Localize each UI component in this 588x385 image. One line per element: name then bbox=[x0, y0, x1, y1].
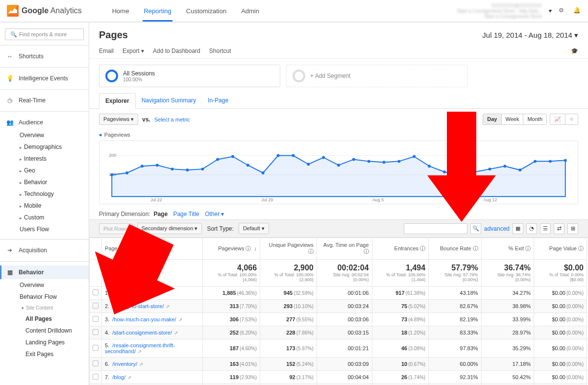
col-entrances[interactable]: Entrances ⓘ bbox=[372, 238, 429, 260]
chart-line-icon[interactable]: 📈 bbox=[550, 114, 565, 124]
audience-mobile[interactable]: Mobile bbox=[20, 200, 89, 212]
table-search-input[interactable] bbox=[404, 223, 467, 234]
dim-other[interactable]: Other ▾ bbox=[205, 211, 224, 217]
row-checkbox[interactable] bbox=[90, 326, 102, 339]
select-metric-link[interactable]: Select a metric bbox=[154, 117, 190, 122]
svg-point-17 bbox=[337, 164, 340, 167]
sitecontent-exit[interactable]: Exit Pages bbox=[25, 348, 89, 360]
audience-custom[interactable]: Custom bbox=[20, 212, 89, 223]
nav-home[interactable]: Home bbox=[111, 0, 130, 22]
open-icon[interactable]: ⇗ bbox=[178, 317, 182, 322]
svg-point-11 bbox=[246, 164, 249, 167]
chart-motion-icon[interactable]: ⁘ bbox=[565, 114, 578, 124]
cell-page: 5. /resale-consignment-thrift-secondhand… bbox=[102, 339, 203, 358]
date-range-picker[interactable]: Jul 19, 2014 - Aug 18, 2014 ▾ bbox=[482, 31, 578, 40]
cell-unique: 173(5.97%) bbox=[260, 339, 317, 358]
row-checkbox[interactable] bbox=[90, 358, 102, 371]
shortcut-button[interactable]: Shortcut bbox=[209, 48, 231, 54]
behavior-sitecontent[interactable]: Site Content bbox=[22, 303, 89, 313]
cell-pageviews: 313(7.70%) bbox=[202, 300, 260, 313]
cell-value: $0.00(0.00%) bbox=[534, 339, 587, 358]
open-icon[interactable]: ⇗ bbox=[139, 361, 143, 367]
col-avgtime[interactable]: Avg. Time on Page ⓘ bbox=[317, 238, 372, 260]
open-icon[interactable]: ⇗ bbox=[138, 349, 142, 354]
tab-navsummary[interactable]: Navigation Summary bbox=[136, 93, 202, 108]
audience-usersflow[interactable]: Users Flow bbox=[20, 223, 89, 235]
nav-admin[interactable]: Admin bbox=[240, 0, 260, 22]
gear-icon[interactable]: ⚙ bbox=[559, 7, 566, 15]
sidebar-behavior[interactable]: ▦Behavior bbox=[0, 265, 89, 279]
cell-page: 7. /blog/⇗ bbox=[102, 371, 203, 384]
logo[interactable]: Google Analytics bbox=[7, 5, 82, 17]
cell-unique: 945(32.59%) bbox=[260, 287, 317, 300]
sidebar-acquisition[interactable]: ➜Acquisition bbox=[0, 243, 89, 257]
sidebar-realtime[interactable]: ◷Real-Time bbox=[0, 94, 89, 107]
cell-bounce: 43.18% bbox=[429, 287, 481, 300]
col-bounce[interactable]: Bounce Rate ⓘ bbox=[429, 238, 481, 260]
behavior-flow[interactable]: Behavior Flow bbox=[20, 291, 89, 303]
row-checkbox[interactable] bbox=[90, 339, 102, 358]
bulb-icon: 💡 bbox=[6, 75, 14, 82]
nav-reporting[interactable]: Reporting bbox=[143, 0, 172, 22]
metric-select[interactable]: Pageviews ▾ bbox=[99, 114, 138, 125]
page-link[interactable]: /inventory/ bbox=[112, 361, 137, 367]
bell-icon[interactable]: 🔔 bbox=[573, 7, 581, 15]
advanced-link[interactable]: advanced bbox=[484, 225, 510, 232]
row-checkbox[interactable] bbox=[90, 371, 102, 384]
view-table-icon[interactable]: ▦ bbox=[513, 223, 523, 234]
sidebar-shortcuts[interactable]: ↔Shortcuts bbox=[0, 49, 89, 63]
education-icon[interactable]: 🎓 bbox=[571, 48, 578, 54]
view-pivot-icon[interactable]: ⊞ bbox=[567, 223, 578, 234]
report-toolbar: Email Export ▾ Add to Dashboard Shortcut… bbox=[89, 44, 588, 59]
page-link[interactable]: /blog/ bbox=[112, 374, 125, 380]
addtodash-button[interactable]: Add to Dashboard bbox=[153, 48, 200, 54]
audience-technology[interactable]: Technology bbox=[20, 188, 89, 200]
col-pagevalue[interactable]: Page Value ⓘ bbox=[534, 238, 587, 260]
export-button[interactable]: Export ▾ bbox=[122, 48, 144, 54]
dim-pagetitle[interactable]: Page Title bbox=[173, 211, 199, 217]
behavior-overview[interactable]: Overview bbox=[20, 279, 89, 291]
period-month[interactable]: Month bbox=[523, 114, 546, 124]
audience-overview[interactable]: Overview bbox=[20, 129, 89, 141]
email-button[interactable]: Email bbox=[99, 48, 114, 54]
svg-point-7 bbox=[186, 168, 189, 171]
svg-marker-34 bbox=[427, 112, 496, 222]
page-link[interactable]: /start-consignment-store/ bbox=[112, 330, 172, 336]
col-exit[interactable]: % Exit ⓘ bbox=[481, 238, 534, 260]
segment-all-sessions[interactable]: All Sessions100.00% bbox=[99, 65, 280, 87]
cell-exit: 28.97% bbox=[481, 326, 534, 339]
sidebar-audience[interactable]: 👥Audience bbox=[0, 116, 89, 129]
tab-explorer[interactable]: Explorer bbox=[99, 93, 136, 109]
add-segment-button[interactable]: + Add Segment bbox=[286, 65, 467, 87]
sort-default[interactable]: Default ▾ bbox=[239, 223, 269, 234]
sitecontent-drilldown[interactable]: Content Drilldown bbox=[25, 325, 89, 337]
sidebar-intelligence[interactable]: 💡Intelligence Events bbox=[0, 72, 89, 85]
sitecontent-landing[interactable]: Landing Pages bbox=[25, 337, 89, 348]
sum-bounce: 57.79% bbox=[432, 264, 478, 272]
col-unique[interactable]: Unique Pageviews ⓘ bbox=[260, 238, 317, 260]
period-week[interactable]: Week bbox=[502, 114, 524, 124]
view-pie-icon[interactable]: ◔ bbox=[526, 223, 537, 234]
search-button-icon[interactable]: 🔍 bbox=[470, 223, 481, 234]
view-bar-icon[interactable]: ☰ bbox=[540, 223, 551, 234]
search-input[interactable]: 🔍 Find reports & more bbox=[5, 28, 84, 40]
account-label[interactable]: XXXXXXX@XXXXXXXStart a Consignment Store… bbox=[457, 3, 542, 19]
audience-demographics[interactable]: Demographics bbox=[20, 141, 89, 153]
tab-inpage[interactable]: In-Page bbox=[202, 93, 234, 108]
svg-point-31 bbox=[549, 160, 552, 163]
open-icon[interactable]: ⇗ bbox=[174, 330, 178, 336]
sitecontent-allpages[interactable]: All Pages bbox=[25, 313, 89, 325]
view-comparison-icon[interactable]: ⇄ bbox=[554, 223, 564, 234]
audience-behavior[interactable]: Behavior bbox=[20, 176, 89, 188]
open-icon[interactable]: ⇗ bbox=[127, 375, 131, 380]
segment-circle-icon bbox=[105, 70, 118, 82]
audience-geo[interactable]: Geo bbox=[20, 165, 89, 176]
account-menu-dropdown-icon[interactable]: ▾ bbox=[549, 7, 552, 14]
nav-customization[interactable]: Customization bbox=[185, 0, 227, 22]
dim-page[interactable]: Page bbox=[153, 211, 168, 217]
audience-interests[interactable]: Interests bbox=[20, 153, 89, 165]
chart-area: Pageviews 200 100 Jul 22 Jul 29 Aug 5 Au… bbox=[89, 130, 588, 206]
col-pageviews[interactable]: Pageviews ⓘ ↓ bbox=[202, 238, 260, 260]
svg-point-19 bbox=[368, 160, 370, 163]
sum-value: $0.00 bbox=[537, 264, 584, 272]
